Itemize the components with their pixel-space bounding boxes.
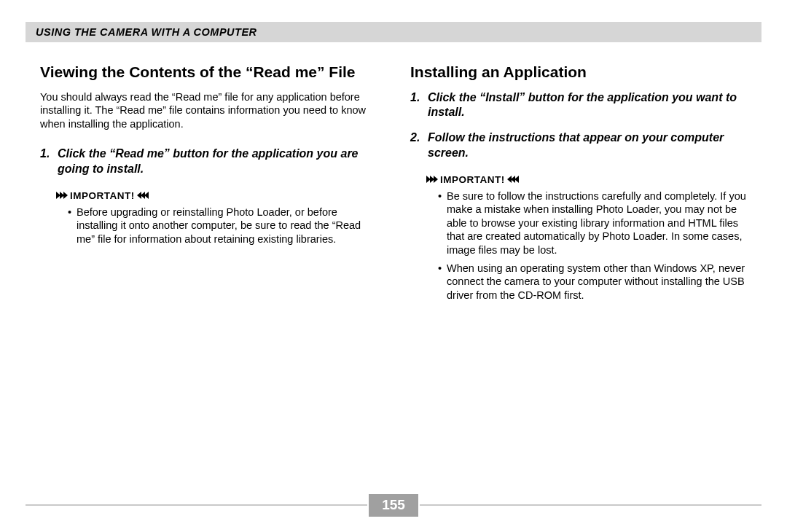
important-label: IMPORTANT! (56, 190, 377, 201)
footer-rule-left (26, 504, 367, 506)
bullet-item: When using an operating system other tha… (438, 262, 747, 302)
left-important-block: IMPORTANT! Before upgrading or reinstall… (40, 190, 377, 246)
right-heading: Installing an Application (410, 63, 747, 82)
right-important-block: IMPORTANT! Be sure to follow the instruc… (410, 174, 747, 302)
section-header-bar: USING THE CAMERA WITH A COMPUTER (26, 22, 761, 42)
right-important-bullets: Be sure to follow the instructions caref… (426, 189, 747, 302)
important-label: IMPORTANT! (426, 174, 747, 185)
right-steps: 1. Click the “Install” button for the ap… (410, 90, 747, 161)
content-columns: Viewing the Contents of the “Read me” Fi… (40, 63, 747, 306)
important-label-text: IMPORTANT! (440, 174, 505, 185)
footer-rule-right (420, 504, 761, 506)
left-heading: Viewing the Contents of the “Read me” Fi… (40, 63, 377, 82)
step-item: 1. Click the “Read me” button for the ap… (40, 146, 377, 177)
bullet-item: Before upgrading or reinstalling Photo L… (68, 206, 377, 246)
section-header-text: USING THE CAMERA WITH A COMPUTER (36, 26, 257, 38)
right-column: Installing an Application 1. Click the “… (410, 63, 747, 306)
bullet-item: Be sure to follow the instructions caref… (438, 189, 747, 257)
page-number: 155 (369, 494, 418, 517)
step-number: 2. (410, 130, 428, 161)
important-label-text: IMPORTANT! (70, 190, 135, 201)
left-important-bullets: Before upgrading or reinstalling Photo L… (56, 206, 377, 246)
triangle-left-icon (508, 176, 519, 183)
step-text: Click the “Read me” button for the appli… (58, 146, 377, 177)
step-number: 1. (410, 90, 428, 121)
left-paragraph: You should always read the “Read me” fil… (40, 90, 377, 131)
step-number: 1. (40, 146, 58, 177)
left-steps: 1. Click the “Read me” button for the ap… (40, 146, 377, 177)
left-column: Viewing the Contents of the “Read me” Fi… (40, 63, 377, 306)
step-text: Click the “Install” button for the appli… (428, 90, 747, 121)
page-footer: 155 (26, 494, 761, 516)
triangle-right-icon (56, 192, 67, 199)
manual-page: USING THE CAMERA WITH A COMPUTER Viewing… (0, 0, 787, 532)
step-item: 1. Click the “Install” button for the ap… (410, 90, 747, 121)
triangle-right-icon (426, 176, 437, 183)
step-item: 2. Follow the instructions that appear o… (410, 130, 747, 161)
triangle-left-icon (138, 192, 149, 199)
step-text: Follow the instructions that appear on y… (428, 130, 747, 161)
